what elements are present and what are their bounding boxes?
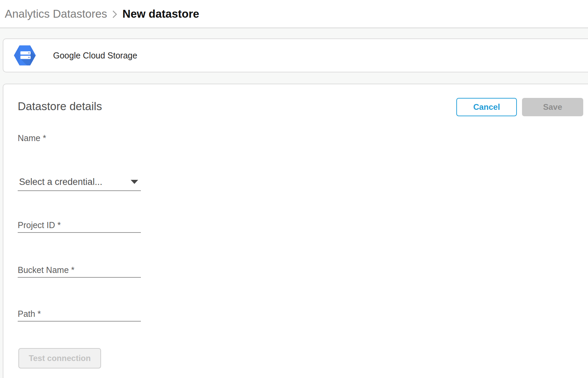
credential-select[interactable]: Select a credential... bbox=[18, 173, 141, 191]
name-input[interactable] bbox=[18, 131, 141, 145]
breadcrumb: Analytics Datastores New datastore bbox=[5, 0, 199, 28]
dropdown-caret-icon bbox=[131, 180, 138, 184]
project-id-field[interactable] bbox=[18, 218, 141, 233]
credential-select-value: Select a credential... bbox=[18, 177, 102, 187]
google-cloud-storage-icon bbox=[14, 44, 36, 67]
name-field[interactable] bbox=[18, 131, 141, 145]
section-title: Datastore details bbox=[18, 100, 102, 113]
chevron-right-icon bbox=[112, 9, 118, 19]
bucket-name-input[interactable] bbox=[18, 263, 141, 277]
project-id-input[interactable] bbox=[18, 218, 141, 232]
cancel-button[interactable]: Cancel bbox=[456, 98, 517, 116]
datastore-details-card: Datastore details Cancel Save Select a c… bbox=[3, 84, 588, 378]
path-input[interactable] bbox=[18, 307, 141, 321]
path-field[interactable] bbox=[18, 307, 141, 322]
connector-card: Google Cloud Storage bbox=[3, 38, 588, 72]
connector-name-label: Google Cloud Storage bbox=[53, 39, 137, 72]
test-connection-button[interactable]: Test connection bbox=[18, 348, 101, 368]
bucket-name-field[interactable] bbox=[18, 263, 141, 278]
page-header: Analytics Datastores New datastore bbox=[0, 0, 588, 28]
breadcrumb-parent-link[interactable]: Analytics Datastores bbox=[5, 7, 107, 20]
breadcrumb-current-page: New datastore bbox=[122, 7, 199, 20]
save-button[interactable]: Save bbox=[522, 98, 583, 116]
